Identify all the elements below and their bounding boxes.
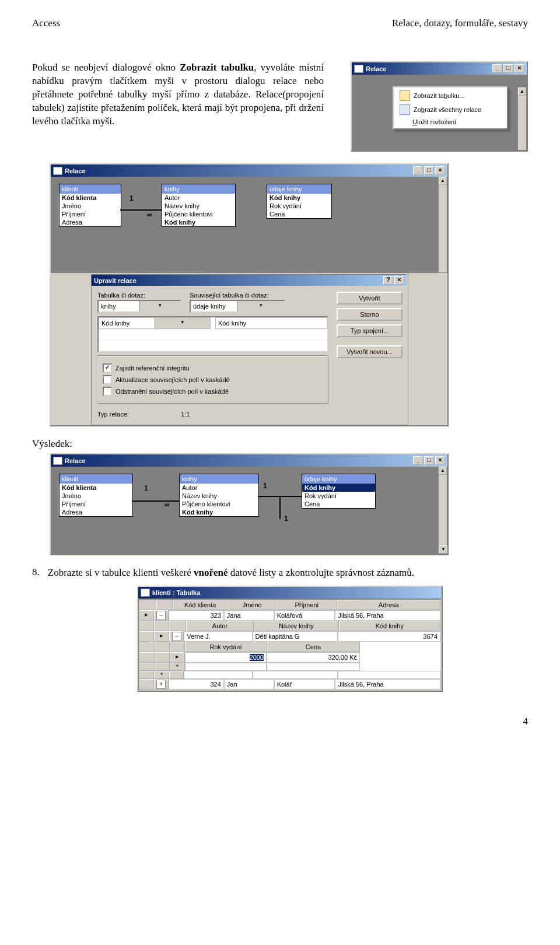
scrollbar-vertical[interactable]: ▲▼ <box>438 467 447 554</box>
integrity-group: ✓Zajistit referenční integritu Aktualiza… <box>97 356 328 404</box>
maximize-button[interactable]: □ <box>503 64 513 73</box>
col-rok-vydani[interactable]: Rok vydání <box>185 642 267 652</box>
cardinality-infinity: ∞ <box>147 211 152 219</box>
close-button[interactable]: × <box>514 64 524 73</box>
subdatasheet-header: Rok vydání Cena <box>139 642 440 652</box>
relace-icon <box>354 65 363 73</box>
cardinality-1: 1 <box>130 194 134 202</box>
col-cena[interactable]: Cena <box>267 642 360 652</box>
combo-left-table[interactable]: knihy▼ <box>97 300 181 313</box>
table-klienti[interactable]: klienti Kód klienta Jméno Příjmení Adres… <box>59 184 121 227</box>
list-item-8: Zobrazte si v tabulce klienti veškeré vn… <box>48 566 414 580</box>
table-icon <box>141 589 150 597</box>
relace-title: Relace <box>65 167 411 174</box>
minimize-button[interactable]: _ <box>413 456 423 465</box>
table-udaje-knihy[interactable]: údaje knihy Kód knihy Rok vydání Cena <box>267 184 332 219</box>
field-left[interactable]: Kód knihy▼ <box>99 317 211 329</box>
table-row[interactable]: + 324 Jan Kolář Jilská 56, Praha <box>139 679 440 690</box>
relace-icon <box>53 167 62 175</box>
close-button[interactable]: × <box>394 276 404 285</box>
relation-canvas[interactable]: klienti Kód klienta Jméno Příjmení Adres… <box>51 467 447 554</box>
create-new-button[interactable]: Vytvořit novou... <box>337 345 402 358</box>
label-table: Tabulka či dotaz: <box>97 292 185 299</box>
new-record-icon[interactable]: * <box>154 671 169 679</box>
relace-window: Relace _ □ × klienti Kód klienta Jméno P… <box>50 163 449 426</box>
expand-icon[interactable]: + <box>156 680 166 689</box>
col-kod-klienta[interactable]: Kód klienta <box>173 600 228 610</box>
check-cascade-update[interactable]: Aktualizace souvisejících polí v kaskádě <box>103 375 323 384</box>
cancel-button[interactable]: Storno <box>337 308 402 321</box>
collapse-icon[interactable]: − <box>156 611 166 620</box>
maximize-button[interactable]: □ <box>424 456 434 465</box>
table-knihy[interactable]: knihy Autor Název knihy Půjčeno klientov… <box>162 184 236 227</box>
table-row[interactable]: ▸ 2000 320,00 Kč <box>139 652 440 663</box>
relation-line <box>120 209 162 211</box>
table-klienti[interactable]: klienti Kód klienta Jméno Příjmení Adres… <box>59 474 133 517</box>
new-record-icon[interactable]: * <box>170 663 185 671</box>
subdatasheet-header: Autor Název knihy Kód knihy <box>139 621 440 631</box>
context-titlebar[interactable]: Relace _ □ × <box>352 62 527 75</box>
close-button[interactable]: × <box>435 166 445 175</box>
col-autor[interactable]: Autor <box>186 621 254 631</box>
collapse-icon[interactable]: − <box>172 632 181 641</box>
edit-relations-dialog: Upravit relace ? × Tabulka či dotaz: kni… <box>90 273 408 425</box>
scrollbar-vertical[interactable]: ▲ <box>438 177 447 272</box>
relace-window-result: Relace _ □ × klienti Kód klienta Jméno P… <box>50 453 449 555</box>
minimize-button[interactable]: _ <box>413 166 423 175</box>
relace-titlebar[interactable]: Relace _ □ × <box>51 454 447 467</box>
field-right[interactable]: Kód knihy <box>215 317 327 329</box>
window-title: Relace <box>65 457 411 464</box>
col-jmeno[interactable]: Jméno <box>228 600 276 610</box>
relation-line <box>279 496 281 519</box>
table-knihy[interactable]: knihy Autor Název knihy Půjčeno klientov… <box>179 474 259 517</box>
chevron-down-icon[interactable]: ▼ <box>155 318 211 328</box>
maximize-button[interactable]: □ <box>424 166 434 175</box>
col-prijmeni[interactable]: Příjmení <box>276 600 337 610</box>
record-selector-icon[interactable]: ▸ <box>154 631 169 642</box>
datasheet-header: Kód klienta Jméno Příjmení Adresa <box>139 600 440 610</box>
table-icon <box>400 90 410 101</box>
dialog-title: Upravit relace <box>94 277 381 284</box>
minimize-button[interactable]: _ <box>492 64 502 73</box>
close-button[interactable]: × <box>435 456 445 465</box>
combo-right-table[interactable]: údaje knihy▼ <box>190 300 285 313</box>
chevron-down-icon[interactable]: ▼ <box>237 301 285 312</box>
new-row[interactable]: * <box>139 663 440 671</box>
result-label: Výsledek: <box>32 438 528 450</box>
context-window: Relace _ □ × ▲ Zobrazit tabulku... Zobra… <box>351 61 528 152</box>
check-referential-integrity[interactable]: ✓Zajistit referenční integritu <box>103 363 323 373</box>
klienti-datasheet-window: klienti : Tabulka Kód klienta Jméno Příj… <box>137 586 443 692</box>
dialog-titlebar[interactable]: Upravit relace ? × <box>92 275 407 286</box>
help-button[interactable]: ? <box>383 276 393 285</box>
record-selector-icon[interactable]: ▸ <box>170 652 185 663</box>
create-button[interactable]: Vytvořit <box>337 292 402 304</box>
selected-value[interactable]: 2000 <box>250 654 264 661</box>
check-cascade-delete[interactable]: Odstranění souvisejících polí v kaskádě <box>103 387 323 396</box>
relations-icon <box>400 104 410 115</box>
col-kod-knihy[interactable]: Kód knihy <box>339 621 440 631</box>
window-title: klienti : Tabulka <box>152 589 439 596</box>
table-row[interactable]: ▸ − 323 Jana Kolářová Jilská 56, Praha <box>139 610 440 621</box>
relace-titlebar[interactable]: Relace _ □ × <box>51 164 447 177</box>
record-selector-icon[interactable]: ▸ <box>139 610 154 621</box>
scrollbar-vertical[interactable]: ▲ <box>517 88 526 150</box>
label-related-table: Související tabulka či dotaz: <box>190 292 289 299</box>
datasheet-titlebar[interactable]: klienti : Tabulka <box>138 587 442 598</box>
menu-show-all-relations[interactable]: Zobrazit všechny relace <box>395 103 506 117</box>
menu-save-layout[interactable]: Uložit rozložení <box>395 117 506 127</box>
col-nazev-knihy[interactable]: Název knihy <box>254 621 338 631</box>
table-row[interactable]: ▸ − Verne J. Děti kapitána G 3674 <box>139 631 440 642</box>
cardinality-infinity: ∞ <box>164 501 170 509</box>
relation-canvas[interactable]: klienti Kód klienta Jméno Příjmení Adres… <box>51 177 447 273</box>
table-udaje-knihy[interactable]: údaje knihy Kód knihy Rok vydání Cena <box>302 474 376 509</box>
col-adresa[interactable]: Adresa <box>337 600 440 610</box>
page-number: 4 <box>32 716 528 727</box>
chevron-down-icon[interactable]: ▼ <box>139 301 181 312</box>
menu-show-table[interactable]: Zobrazit tabulku... <box>395 89 506 103</box>
join-type-button[interactable]: Typ spojení... <box>337 324 402 337</box>
cardinality-1: 1 <box>144 484 148 492</box>
context-menu: Zobrazit tabulku... Zobrazit všechny rel… <box>393 86 508 130</box>
relation-line <box>132 501 179 502</box>
relace-icon <box>53 457 62 465</box>
new-row[interactable]: * <box>139 671 440 679</box>
